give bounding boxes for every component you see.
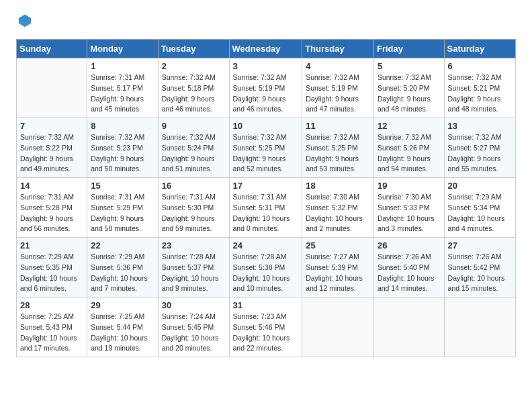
day-number-7: 7 [20, 121, 83, 131]
calendar-cell-0-2: 2Sunrise: 7:32 AMSunset: 5:18 PMDaylight… [158, 58, 229, 118]
calendar-cell-0-3: 3Sunrise: 7:32 AMSunset: 5:19 PMDaylight… [229, 58, 302, 118]
logo-icon [17, 13, 32, 28]
day-number-6: 6 [448, 61, 512, 71]
day-info-11: Sunrise: 7:32 AMSunset: 5:25 PMDaylight:… [306, 132, 370, 175]
header-monday: Monday [87, 40, 158, 58]
calendar-cell-3-0: 21Sunrise: 7:29 AMSunset: 5:35 PMDayligh… [17, 238, 87, 298]
day-number-23: 23 [162, 240, 226, 250]
day-info-16: Sunrise: 7:31 AMSunset: 5:30 PMDaylight:… [162, 192, 226, 234]
calendar-cell-2-3: 17Sunrise: 7:31 AMSunset: 5:31 PMDayligh… [229, 178, 302, 238]
page: Sunday Monday Tuesday Wednesday Thursday… [0, 0, 532, 371]
day-number-29: 29 [91, 300, 154, 310]
day-info-15: Sunrise: 7:31 AMSunset: 5:29 PMDaylight:… [91, 192, 154, 234]
calendar-cell-4-3: 31Sunrise: 7:23 AMSunset: 5:46 PMDayligh… [229, 298, 302, 357]
day-number-1: 1 [91, 61, 154, 71]
day-info-10: Sunrise: 7:32 AMSunset: 5:25 PMDaylight:… [233, 132, 299, 175]
day-number-31: 31 [233, 300, 299, 310]
day-number-21: 21 [20, 240, 83, 250]
day-number-17: 17 [233, 181, 299, 191]
day-info-24: Sunrise: 7:28 AMSunset: 5:38 PMDaylight:… [233, 252, 299, 294]
day-number-16: 16 [162, 181, 226, 191]
calendar-cell-2-2: 16Sunrise: 7:31 AMSunset: 5:30 PMDayligh… [158, 178, 229, 238]
calendar-cell-3-1: 22Sunrise: 7:29 AMSunset: 5:36 PMDayligh… [87, 238, 158, 298]
calendar-cell-4-2: 30Sunrise: 7:24 AMSunset: 5:45 PMDayligh… [158, 298, 229, 357]
calendar-cell-4-4 [302, 298, 374, 357]
day-info-28: Sunrise: 7:25 AMSunset: 5:43 PMDaylight:… [20, 312, 83, 354]
day-number-8: 8 [91, 121, 154, 131]
day-info-9: Sunrise: 7:32 AMSunset: 5:24 PMDaylight:… [162, 132, 226, 175]
day-info-2: Sunrise: 7:32 AMSunset: 5:18 PMDaylight:… [162, 73, 226, 115]
header-friday: Friday [373, 40, 444, 58]
week-row-3: 21Sunrise: 7:29 AMSunset: 5:35 PMDayligh… [17, 238, 516, 298]
day-number-14: 14 [20, 181, 83, 191]
calendar-cell-1-4: 11Sunrise: 7:32 AMSunset: 5:25 PMDayligh… [302, 118, 374, 178]
day-info-26: Sunrise: 7:26 AMSunset: 5:40 PMDaylight:… [378, 252, 441, 294]
day-number-2: 2 [162, 61, 226, 71]
calendar-cell-2-6: 20Sunrise: 7:29 AMSunset: 5:34 PMDayligh… [444, 178, 515, 238]
day-number-30: 30 [162, 300, 226, 310]
day-info-1: Sunrise: 7:31 AMSunset: 5:17 PMDaylight:… [91, 73, 154, 115]
calendar-cell-2-0: 14Sunrise: 7:31 AMSunset: 5:28 PMDayligh… [17, 178, 87, 238]
day-info-27: Sunrise: 7:26 AMSunset: 5:42 PMDaylight:… [448, 252, 512, 294]
day-number-25: 25 [306, 240, 370, 250]
calendar-cell-1-5: 12Sunrise: 7:32 AMSunset: 5:26 PMDayligh… [373, 118, 444, 178]
calendar-cell-4-6 [444, 298, 515, 357]
day-info-14: Sunrise: 7:31 AMSunset: 5:28 PMDaylight:… [20, 192, 83, 234]
day-info-5: Sunrise: 7:32 AMSunset: 5:20 PMDaylight:… [378, 73, 441, 115]
day-info-17: Sunrise: 7:31 AMSunset: 5:31 PMDaylight:… [233, 192, 299, 234]
calendar-cell-0-0 [17, 58, 87, 118]
calendar-cell-3-4: 25Sunrise: 7:27 AMSunset: 5:39 PMDayligh… [302, 238, 374, 298]
calendar-cell-2-5: 19Sunrise: 7:30 AMSunset: 5:33 PMDayligh… [373, 178, 444, 238]
day-number-28: 28 [20, 300, 83, 310]
day-info-22: Sunrise: 7:29 AMSunset: 5:36 PMDaylight:… [91, 252, 154, 294]
day-info-31: Sunrise: 7:23 AMSunset: 5:46 PMDaylight:… [233, 312, 299, 354]
day-number-15: 15 [91, 181, 154, 191]
day-info-20: Sunrise: 7:29 AMSunset: 5:34 PMDaylight:… [448, 192, 512, 234]
day-number-18: 18 [306, 181, 370, 191]
calendar-cell-4-1: 29Sunrise: 7:25 AMSunset: 5:44 PMDayligh… [87, 298, 158, 357]
calendar-cell-0-1: 1Sunrise: 7:31 AMSunset: 5:17 PMDaylight… [87, 58, 158, 118]
calendar-cell-2-1: 15Sunrise: 7:31 AMSunset: 5:29 PMDayligh… [87, 178, 158, 238]
day-number-12: 12 [378, 121, 441, 131]
day-number-4: 4 [306, 61, 370, 71]
header-saturday: Saturday [444, 40, 515, 58]
calendar-cell-3-3: 24Sunrise: 7:28 AMSunset: 5:38 PMDayligh… [229, 238, 302, 298]
calendar-cell-2-4: 18Sunrise: 7:30 AMSunset: 5:32 PMDayligh… [302, 178, 374, 238]
calendar-cell-3-2: 23Sunrise: 7:28 AMSunset: 5:37 PMDayligh… [158, 238, 229, 298]
day-info-18: Sunrise: 7:30 AMSunset: 5:32 PMDaylight:… [306, 192, 370, 234]
day-number-3: 3 [233, 61, 299, 71]
calendar-cell-4-0: 28Sunrise: 7:25 AMSunset: 5:43 PMDayligh… [17, 298, 87, 357]
calendar-cell-0-4: 4Sunrise: 7:32 AMSunset: 5:19 PMDaylight… [302, 58, 374, 118]
calendar-cell-4-5 [373, 298, 444, 357]
header-tuesday: Tuesday [158, 40, 229, 58]
day-number-5: 5 [378, 61, 441, 71]
day-info-19: Sunrise: 7:30 AMSunset: 5:33 PMDaylight:… [378, 192, 441, 234]
calendar-cell-1-6: 13Sunrise: 7:32 AMSunset: 5:27 PMDayligh… [444, 118, 515, 178]
header [16, 13, 516, 28]
calendar-cell-1-3: 10Sunrise: 7:32 AMSunset: 5:25 PMDayligh… [229, 118, 302, 178]
day-info-23: Sunrise: 7:28 AMSunset: 5:37 PMDaylight:… [162, 252, 226, 294]
day-number-22: 22 [91, 240, 154, 250]
day-number-10: 10 [233, 121, 299, 131]
week-row-4: 28Sunrise: 7:25 AMSunset: 5:43 PMDayligh… [17, 298, 516, 357]
calendar-body: 1Sunrise: 7:31 AMSunset: 5:17 PMDaylight… [17, 58, 516, 357]
day-info-8: Sunrise: 7:32 AMSunset: 5:23 PMDaylight:… [91, 132, 154, 175]
header-wednesday: Wednesday [229, 40, 302, 58]
day-info-25: Sunrise: 7:27 AMSunset: 5:39 PMDaylight:… [306, 252, 370, 294]
calendar-cell-3-6: 27Sunrise: 7:26 AMSunset: 5:42 PMDayligh… [444, 238, 515, 298]
calendar-cell-1-0: 7Sunrise: 7:32 AMSunset: 5:22 PMDaylight… [17, 118, 87, 178]
day-number-19: 19 [378, 181, 441, 191]
day-info-21: Sunrise: 7:29 AMSunset: 5:35 PMDaylight:… [20, 252, 83, 294]
day-info-29: Sunrise: 7:25 AMSunset: 5:44 PMDaylight:… [91, 312, 154, 354]
week-row-2: 14Sunrise: 7:31 AMSunset: 5:28 PMDayligh… [17, 178, 516, 238]
calendar-cell-1-2: 9Sunrise: 7:32 AMSunset: 5:24 PMDaylight… [158, 118, 229, 178]
day-info-4: Sunrise: 7:32 AMSunset: 5:19 PMDaylight:… [306, 73, 370, 115]
day-number-13: 13 [448, 121, 512, 131]
day-info-6: Sunrise: 7:32 AMSunset: 5:21 PMDaylight:… [448, 73, 512, 115]
day-info-13: Sunrise: 7:32 AMSunset: 5:27 PMDaylight:… [448, 132, 512, 175]
day-number-26: 26 [378, 240, 441, 250]
day-number-20: 20 [448, 181, 512, 191]
weekday-header-row: Sunday Monday Tuesday Wednesday Thursday… [17, 40, 516, 58]
day-number-9: 9 [162, 121, 226, 131]
calendar-cell-3-5: 26Sunrise: 7:26 AMSunset: 5:40 PMDayligh… [373, 238, 444, 298]
